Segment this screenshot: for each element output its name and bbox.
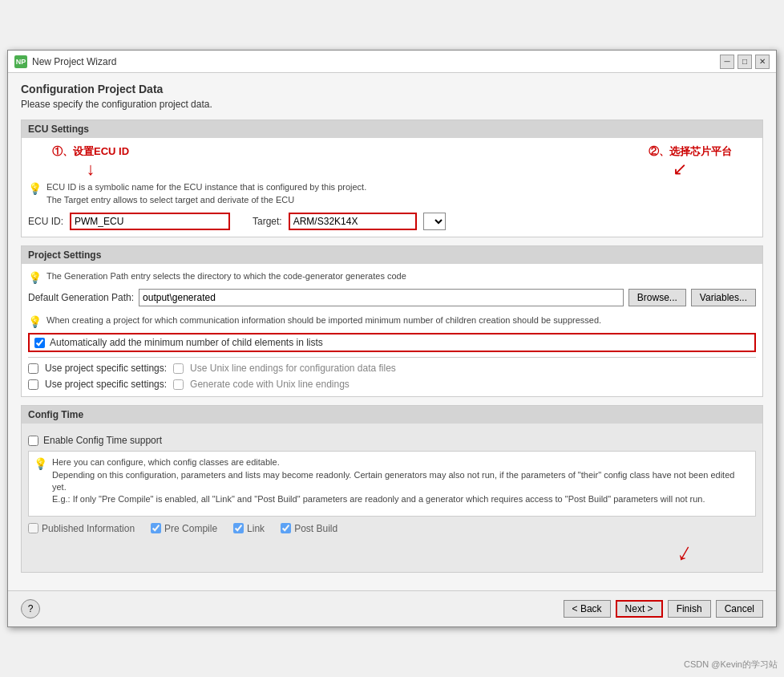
project-info-row: 💡 The Generation Path entry selects the … <box>28 270 756 284</box>
enable-config-time-row: Enable Config Time support <box>28 435 756 446</box>
enable-config-time-label: Enable Config Time support <box>43 435 162 446</box>
help-button[interactable]: ? <box>21 599 40 618</box>
project-info-text: The Generation Path entry selects the di… <box>46 270 406 282</box>
annotation-2: ②、选择芯片平台 ↙ <box>649 144 732 178</box>
ecu-settings-section: ECU Settings ①、设置ECU ID ↓ ②、选择芯片平台 ↙ 💡 <box>21 120 763 237</box>
window-controls: ─ □ ✕ <box>720 55 770 69</box>
page-subtitle: Please specify the configuration project… <box>21 99 763 110</box>
config-time-info-row: 💡 Here you can configure, which config c… <box>34 456 750 506</box>
target-dropdown[interactable] <box>423 213 446 230</box>
project-settings-body: 💡 The Generation Path entry selects the … <box>22 264 762 396</box>
browse-button[interactable]: Browse... <box>628 289 686 306</box>
back-button[interactable]: < Back <box>564 600 611 618</box>
next-arrow-area: ↓ <box>28 537 756 567</box>
unix-line-cfg-checkbox[interactable] <box>173 363 184 374</box>
published-info-checkbox[interactable] <box>28 523 38 533</box>
ecu-form-row: ECU ID: Target: <box>28 213 756 230</box>
project-settings-section: Project Settings 💡 The Generation Path e… <box>21 245 763 397</box>
ecu-settings-header: ECU Settings <box>22 120 762 138</box>
arrow-down-1: ↓ <box>87 160 95 178</box>
published-info-item: Published Information <box>28 523 135 534</box>
unix-line-code-checkbox[interactable] <box>173 379 184 390</box>
title-bar: NP New Project Wizard ─ □ ✕ <box>8 51 776 73</box>
ecu-info-row: 💡 ECU ID is a symbolic name for the ECU … <box>28 181 756 206</box>
annotation-1: ①、设置ECU ID ↓ <box>52 144 129 178</box>
minimize-button[interactable]: ─ <box>720 55 734 69</box>
info-icon-ecu: 💡 <box>28 182 42 195</box>
path-label: Default Generation Path: <box>28 292 134 303</box>
config-bottom-checks: Published Information Pre Compile Link P… <box>28 523 756 534</box>
app-icon: NP <box>14 55 27 68</box>
unix-cfg-row: Use project specific settings: Use Unix … <box>28 363 756 374</box>
info-icon-project: 💡 <box>28 271 42 284</box>
unix-line-code-label: Generate code with Unix line endings <box>190 379 350 390</box>
use-project-specific-2-label: Use project specific settings: <box>45 379 167 390</box>
use-project-specific-1-checkbox[interactable] <box>28 363 38 374</box>
link-label: Link <box>247 523 265 534</box>
auto-add-checkbox[interactable] <box>34 338 45 348</box>
path-input[interactable] <box>139 289 624 306</box>
finish-button[interactable]: Finish <box>668 600 711 618</box>
annotation-1-text: ①、设置ECU ID <box>52 144 129 159</box>
next-arrow-icon: ↓ <box>673 536 698 568</box>
info-icon-warning: 💡 <box>28 315 42 328</box>
pre-compile-label: Pre Compile <box>164 523 217 534</box>
unix-code-row: Use project specific settings: Generate … <box>28 379 756 390</box>
pre-compile-checkbox[interactable] <box>151 523 161 533</box>
warning-info-row: 💡 When creating a project for which comm… <box>28 314 756 328</box>
auto-add-label: Automatically add the minimum number of … <box>50 337 323 348</box>
ecu-id-label: ECU ID: <box>28 216 63 227</box>
ecu-settings-body: ①、设置ECU ID ↓ ②、选择芯片平台 ↙ 💡 ECU ID is a sy… <box>22 138 762 237</box>
info-icon-config: 💡 <box>34 457 47 470</box>
post-build-checkbox[interactable] <box>281 523 291 533</box>
annotation-2-text: ②、选择芯片平台 <box>649 144 732 159</box>
target-input[interactable] <box>289 213 417 230</box>
published-info-label: Published Information <box>42 523 135 534</box>
link-item: Link <box>233 523 265 534</box>
enable-config-time-checkbox[interactable] <box>28 436 38 446</box>
ecu-id-input[interactable] <box>70 213 230 230</box>
content-area: Configuration Project Data Please specif… <box>8 73 776 590</box>
path-row: Default Generation Path: Browse... Varia… <box>28 289 756 306</box>
use-project-specific-1-label: Use project specific settings: <box>45 363 167 374</box>
config-time-header: Config Time <box>22 406 762 424</box>
config-time-body: Enable Config Time support 💡 Here you ca… <box>22 424 762 572</box>
target-label: Target: <box>253 216 282 227</box>
post-build-item: Post Build <box>281 523 337 534</box>
watermark: CSDN @Kevin的学习站 <box>684 659 778 671</box>
page-title: Configuration Project Data <box>21 83 763 95</box>
next-button[interactable]: Next > <box>616 600 663 618</box>
project-settings-header: Project Settings <box>22 246 762 264</box>
auto-add-border: Automatically add the minimum number of … <box>28 333 756 352</box>
close-button[interactable]: ✕ <box>755 55 770 69</box>
link-checkbox[interactable] <box>233 523 244 533</box>
window-title: New Project Wizard <box>32 56 720 67</box>
cancel-button[interactable]: Cancel <box>716 600 763 618</box>
use-project-specific-2-checkbox[interactable] <box>28 379 38 390</box>
config-time-section: Config Time Enable Config Time support 💡… <box>21 405 763 573</box>
ecu-info-text: ECU ID is a symbolic name for the ECU in… <box>46 181 366 206</box>
warning-info-text: When creating a project for which commun… <box>46 314 601 326</box>
wizard-window: NP New Project Wizard ─ □ ✕ Configuratio… <box>7 50 777 626</box>
post-build-label: Post Build <box>294 523 337 534</box>
config-time-info-text: Here you can configure, which config cla… <box>52 456 750 506</box>
variables-button[interactable]: Variables... <box>691 289 756 306</box>
pre-compile-item: Pre Compile <box>151 523 217 534</box>
arrow-down-2: ↙ <box>673 160 687 178</box>
config-time-info-box: 💡 Here you can configure, which config c… <box>28 451 756 517</box>
auto-add-row: Automatically add the minimum number of … <box>28 333 756 352</box>
unix-line-cfg-label: Use Unix line endings for configuration … <box>190 363 396 374</box>
bottom-bar: ? < Back Next > Finish Cancel <box>8 590 776 626</box>
maximize-button[interactable]: □ <box>738 55 752 69</box>
